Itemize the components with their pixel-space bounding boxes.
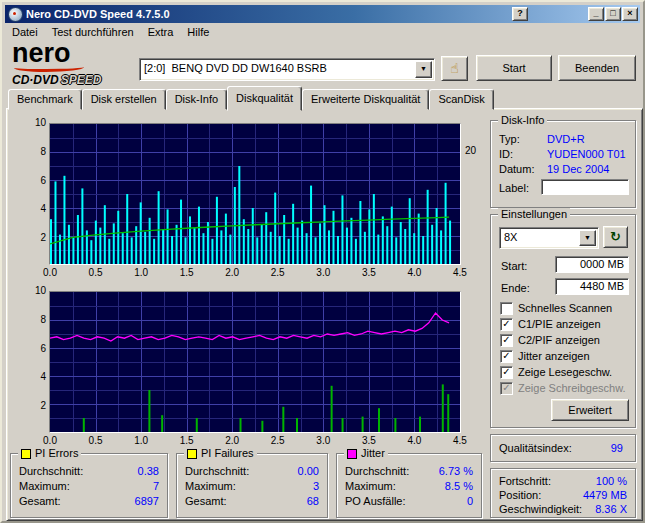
pi-errors-chart-canvas xyxy=(49,123,461,265)
checkbox-box: ✓ xyxy=(500,382,513,395)
help-icon: ? xyxy=(517,8,523,18)
pi-failures-legend-swatch xyxy=(187,449,197,459)
stat-label: Durchschnitt: xyxy=(345,465,409,477)
axis-tick: 4.5 xyxy=(449,267,471,278)
checkbox-box: ✓ xyxy=(500,334,513,347)
pi-chart-y-axis: 108642 xyxy=(22,117,46,243)
disk-id-value: YUDEN000 T01 xyxy=(547,148,626,160)
title-bar: Nero CD-DVD Speed 4.7.5.0 ? _ □ × xyxy=(5,5,640,23)
speed-select-value: 8X xyxy=(504,231,580,243)
checkbox-c1-pie-anzeigen[interactable]: ✓C1/PIE anzeigen xyxy=(500,317,601,331)
disk-date-value: 19 Dec 2004 xyxy=(547,163,609,175)
axis-tick: 8 xyxy=(40,146,46,157)
axis-tick: 4.0 xyxy=(403,435,425,446)
axis-tick: 0.0 xyxy=(39,435,61,446)
refresh-button[interactable]: ↻ xyxy=(603,226,628,248)
quality-index-label: Qualitätsindex: xyxy=(499,442,572,454)
axis-tick: 4 xyxy=(40,203,46,214)
position-value: 4479 MB xyxy=(583,489,627,501)
stat-value: 8.5 % xyxy=(445,480,473,492)
speed-select[interactable]: 8X ▼ xyxy=(499,227,599,249)
pi-chart-x-axis: 0.00.51.01.52.02.53.03.54.04.5 xyxy=(39,267,471,278)
tab-disk-erstellen[interactable]: Disk erstellen xyxy=(82,89,166,110)
pi-failures-stats-group: PI Failures Durchschnitt:0.00 Maximum:3 … xyxy=(176,453,328,518)
logo-product-right: SPEED xyxy=(61,73,102,87)
pi-errors-legend-swatch xyxy=(21,449,31,459)
stat-label: Maximum: xyxy=(19,480,70,492)
checkbox-zeige-lesegeschw[interactable]: ✓Zeige Lesegeschw. xyxy=(500,365,612,379)
disk-label-caption: Label: xyxy=(499,182,529,194)
advanced-button[interactable]: Erweitert xyxy=(551,399,629,421)
axis-tick: 1.0 xyxy=(130,267,152,278)
minimize-button[interactable]: _ xyxy=(588,7,604,21)
speed-label: Geschwindigkeit: xyxy=(499,503,582,515)
stat-value: 7 xyxy=(153,480,159,492)
stat-value: 6897 xyxy=(135,495,159,507)
checkbox-jitter-anzeigen[interactable]: ✓Jitter anzeigen xyxy=(500,349,590,363)
stat-label: Gesamt: xyxy=(185,495,227,507)
close-icon: × xyxy=(627,8,632,18)
tab-strip: Benchmark Disk erstellen Disk-Info Diskq… xyxy=(8,89,494,111)
menu-extra[interactable]: Extra xyxy=(141,23,181,41)
checkbox-box: ✓ xyxy=(500,350,513,363)
tab-disk-info[interactable]: Disk-Info xyxy=(166,89,227,110)
axis-tick: 2.0 xyxy=(221,267,243,278)
logo-product-left: CD·DVD xyxy=(12,73,59,87)
axis-tick: 0.5 xyxy=(85,267,107,278)
drive-select[interactable]: [2:0] BENQ DVD DD DW1640 BSRB ▼ xyxy=(139,58,435,81)
stat-label: PO Ausfälle: xyxy=(345,495,406,507)
stat-label: Maximum: xyxy=(185,480,236,492)
close-button[interactable]: × xyxy=(622,7,638,21)
axis-tick: 2.5 xyxy=(267,435,289,446)
tab-scandisk[interactable]: ScanDisk xyxy=(429,89,493,110)
axis-tick: 10 xyxy=(35,285,46,296)
axis-tick: 6 xyxy=(40,343,46,354)
stat-label: Maximum: xyxy=(345,480,396,492)
quality-index-value: 99 xyxy=(611,442,623,454)
maximize-button[interactable]: □ xyxy=(605,7,621,21)
chevron-down-icon[interactable]: ▼ xyxy=(579,230,596,246)
checkbox-c2-pif-anzeigen[interactable]: ✓C2/PIF anzeigen xyxy=(500,333,600,347)
scan-end-field[interactable]: 4480 MB xyxy=(555,278,629,295)
minimize-icon: _ xyxy=(593,8,598,18)
check-icon: ✓ xyxy=(502,334,510,345)
disk-info-group: Disk-Info Typ:DVD+R ID:YUDEN000 T01 Datu… xyxy=(490,120,636,208)
stat-label: Durchschnitt: xyxy=(185,465,249,477)
stat-value: 0 xyxy=(467,495,473,507)
jitter-chart-x-axis: 0.00.51.01.52.02.53.03.54.04.5 xyxy=(39,435,471,446)
axis-tick: 4.0 xyxy=(403,267,425,278)
disk-type-value: DVD+R xyxy=(547,133,585,145)
axis-tick: 2.0 xyxy=(221,435,243,446)
stat-value: 0.38 xyxy=(138,465,159,477)
axis-tick: 3.0 xyxy=(312,267,334,278)
quality-index-group: Qualitätsindex:99 xyxy=(490,434,636,462)
maximize-icon: □ xyxy=(610,8,615,18)
eject-button[interactable]: ☝ xyxy=(441,56,468,81)
checkbox-zeige-schreibgeschw: ✓Zeige Schreibgeschw. xyxy=(500,381,626,395)
help-button[interactable]: ? xyxy=(512,7,528,21)
start-button[interactable]: Start xyxy=(476,55,552,81)
app-icon xyxy=(8,7,23,22)
check-icon: ✓ xyxy=(502,318,510,329)
axis-tick: 0.0 xyxy=(39,267,61,278)
checkbox-schnelles-scannen[interactable]: ✓Schnelles Scannen xyxy=(500,301,612,315)
jitter-legend-swatch xyxy=(347,449,357,459)
tab-benchmark[interactable]: Benchmark xyxy=(8,89,82,110)
checkbox-box: ✓ xyxy=(500,318,513,331)
tab-diskqualitaet[interactable]: Diskqualität xyxy=(227,86,302,111)
settings-group-title: Einstellungen xyxy=(498,208,570,221)
app-window: Nero CD-DVD Speed 4.7.5.0 ? _ □ × Datei … xyxy=(0,0,645,523)
stat-value: 68 xyxy=(307,495,319,507)
scan-start-field[interactable]: 0000 MB xyxy=(555,256,629,273)
axis-tick: 6 xyxy=(40,175,46,186)
tab-erweiterte-diskqualitaet[interactable]: Erweiterte Diskqualität xyxy=(302,89,429,110)
check-icon: ✓ xyxy=(502,382,510,393)
pi-errors-stats-group: PI Errors Durchschnitt:0.38 Maximum:7 Ge… xyxy=(10,453,168,518)
quit-button[interactable]: Beenden xyxy=(558,55,636,81)
disk-date-label: Datum: xyxy=(499,163,534,175)
chevron-down-icon[interactable]: ▼ xyxy=(415,61,432,78)
check-icon: ✓ xyxy=(502,366,510,377)
axis-tick: 10 xyxy=(35,117,46,128)
menu-hilfe[interactable]: Hilfe xyxy=(180,23,216,41)
axis-tick: 3.5 xyxy=(358,435,380,446)
